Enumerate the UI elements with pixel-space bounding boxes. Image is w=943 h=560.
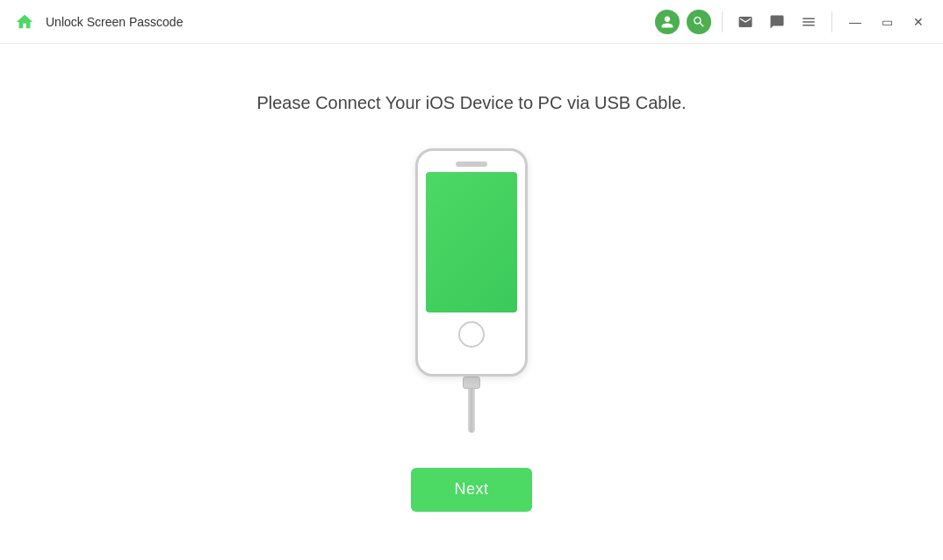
phone-body [415, 148, 528, 377]
app-title: Unlock Screen Passcode [46, 15, 183, 29]
phone-home-button [458, 321, 485, 348]
usb-connector [463, 377, 480, 389]
phone-speaker [456, 162, 487, 167]
usb-cable [463, 377, 480, 433]
titlebar: Unlock Screen Passcode [0, 0, 943, 44]
menu-button[interactable] [795, 8, 823, 36]
titlebar-right: — ▭ ✕ [653, 8, 932, 36]
divider2 [831, 11, 832, 32]
chat-button[interactable] [763, 8, 791, 36]
minimize-button[interactable]: — [841, 8, 869, 36]
divider [722, 11, 723, 32]
next-button[interactable]: Next [411, 468, 532, 512]
titlebar-left: Unlock Screen Passcode [11, 8, 183, 36]
mail-button[interactable] [731, 8, 759, 36]
phone-illustration [415, 148, 528, 433]
restore-button[interactable]: ▭ [873, 8, 901, 36]
instruction-text: Please Connect Your iOS Device to PC via… [256, 93, 686, 113]
main-content: Please Connect Your iOS Device to PC via… [0, 44, 943, 560]
search-music-button[interactable] [685, 8, 713, 36]
home-icon[interactable] [11, 8, 39, 36]
search-music-icon [687, 10, 711, 34]
user-account-button[interactable] [653, 8, 681, 36]
phone-screen [426, 172, 517, 312]
close-button[interactable]: ✕ [904, 8, 932, 36]
cable-wire [468, 389, 475, 433]
user-avatar [655, 10, 680, 34]
